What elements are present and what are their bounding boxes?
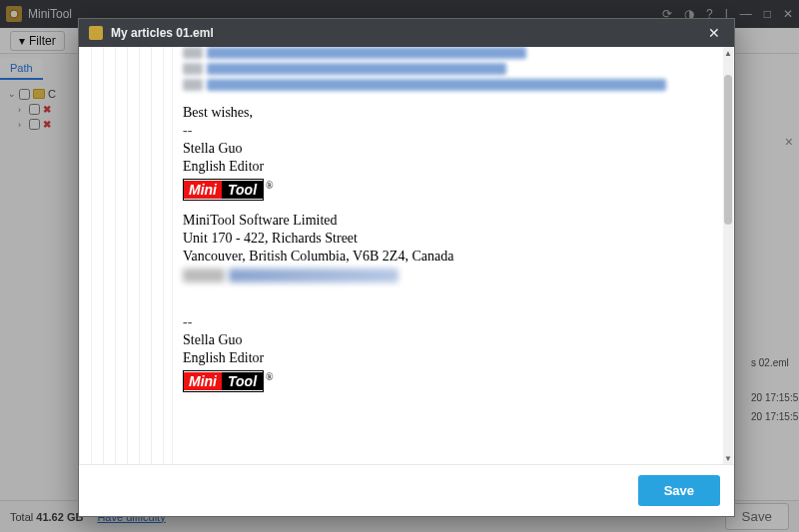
logo-red-text: Mini bbox=[184, 372, 222, 390]
registered-mark: ® bbox=[266, 371, 274, 382]
preview-modal: My articles 01.eml ✕ Best wishes, -- Ste… bbox=[78, 18, 735, 517]
logo-red-text: Mini bbox=[184, 181, 222, 199]
address-line-1: Unit 170 - 422, Richards Street bbox=[183, 231, 724, 247]
save-button[interactable]: Save bbox=[638, 475, 720, 506]
redacted-link bbox=[183, 79, 724, 91]
modal-footer: Save bbox=[79, 464, 734, 516]
company-logo: Mini Tool ® bbox=[183, 368, 724, 396]
scroll-up-arrow[interactable]: ▲ bbox=[723, 47, 733, 59]
signature-name: Stella Guo bbox=[183, 141, 724, 157]
redacted-link bbox=[183, 47, 724, 59]
logo-black-text: Tool bbox=[222, 181, 263, 199]
signature-name: Stella Guo bbox=[183, 332, 724, 348]
signature-role: English Editor bbox=[183, 159, 724, 175]
email-closing: Best wishes, bbox=[183, 105, 724, 121]
email-content: Best wishes, -- Stella Guo English Edito… bbox=[173, 47, 734, 464]
scroll-thumb[interactable] bbox=[724, 75, 732, 225]
line-gutter bbox=[79, 47, 173, 464]
redacted-email-line bbox=[183, 266, 724, 282]
logo-black-text: Tool bbox=[222, 372, 263, 390]
registered-mark: ® bbox=[266, 180, 274, 191]
modal-body: Best wishes, -- Stella Guo English Edito… bbox=[79, 47, 734, 464]
modal-title: My articles 01.eml bbox=[111, 26, 696, 40]
signature-separator: -- bbox=[183, 314, 724, 330]
signature-separator: -- bbox=[183, 123, 724, 139]
address-line-2: Vancouver, British Columbia, V6B 2Z4, Ca… bbox=[183, 249, 724, 265]
company-logo: Mini Tool ® bbox=[183, 177, 724, 205]
file-icon bbox=[89, 26, 103, 40]
redacted-link bbox=[183, 63, 724, 75]
signature-role: English Editor bbox=[183, 350, 724, 366]
modal-titlebar: My articles 01.eml ✕ bbox=[79, 19, 734, 47]
company-name: MiniTool Software Limited bbox=[183, 213, 724, 229]
vertical-scrollbar[interactable]: ▲ ▼ bbox=[723, 47, 733, 464]
modal-close-button[interactable]: ✕ bbox=[704, 25, 724, 41]
scroll-down-arrow[interactable]: ▼ bbox=[723, 452, 733, 464]
